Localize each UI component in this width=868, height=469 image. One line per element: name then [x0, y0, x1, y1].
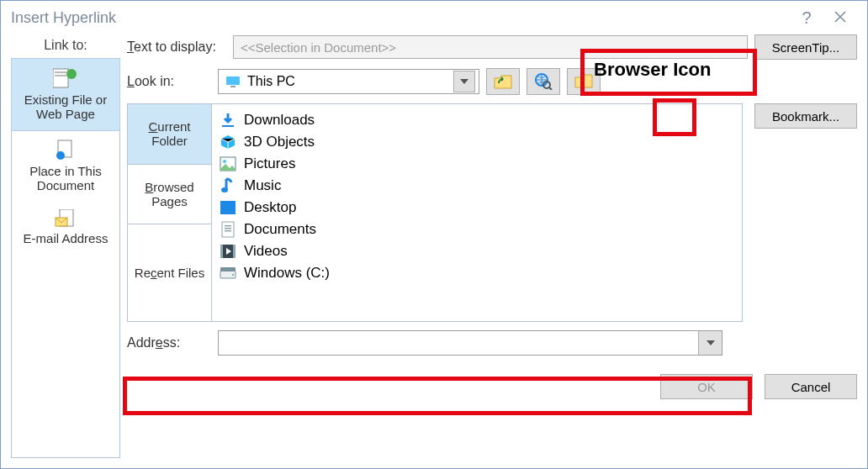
browse-file-button[interactable] [567, 68, 601, 95]
svg-rect-18 [222, 222, 234, 237]
svg-rect-13 [222, 125, 234, 127]
tab-recent-files[interactable]: Recent Files [128, 224, 211, 321]
svg-rect-21 [225, 230, 231, 232]
linkto-item-label: E-mail Address [24, 231, 108, 245]
svg-rect-1 [55, 71, 66, 73]
file-item[interactable]: Pictures [219, 153, 735, 175]
file-item-label: Videos [244, 243, 288, 260]
svg-rect-17 [220, 201, 236, 214]
tab-browsed-pages[interactable]: BrowsedPages [128, 165, 211, 225]
music-icon [219, 177, 237, 195]
svg-rect-9 [230, 86, 236, 87]
svg-line-12 [549, 87, 552, 90]
svg-point-27 [232, 274, 234, 276]
insert-hyperlink-dialog: Insert Hyperlink ? Link to: Existing Fil… [0, 0, 868, 469]
browse-web-button[interactable] [527, 68, 560, 95]
svg-rect-20 [225, 228, 231, 229]
linkto-place-in-doc[interactable]: Place in This Document [12, 130, 119, 202]
address-dropdown-button[interactable] [698, 331, 722, 355]
file-item[interactable]: Music [219, 175, 735, 197]
look-in-value: This PC [247, 74, 295, 89]
file-item[interactable]: Windows (C:) [219, 262, 735, 284]
folder-up-icon [494, 73, 512, 90]
browse-tabs: CurrentFolder BrowsedPages Recent Files [128, 104, 212, 321]
file-item-label: 3D Objects [244, 134, 315, 150]
svg-rect-23 [220, 245, 223, 258]
screentip-button[interactable]: ScreenTip... [754, 34, 857, 60]
file-list[interactable]: Downloads3D ObjectsPicturesMusicDesktopD… [212, 104, 742, 321]
desktop-icon [219, 198, 237, 217]
file-item-label: Downloads [244, 112, 315, 129]
file-item[interactable]: Videos [219, 240, 735, 262]
address-label: Address: [127, 335, 211, 350]
dialog-title: Insert Hyperlink [11, 9, 116, 27]
videos-icon [219, 242, 237, 261]
svg-rect-26 [220, 267, 236, 271]
close-button[interactable] [823, 8, 857, 28]
svg-point-5 [56, 151, 65, 160]
look-in-combo[interactable]: This PC [218, 69, 479, 94]
linkto-email-address[interactable]: E-mail Address [12, 201, 119, 254]
bookmark-button[interactable]: Bookmark... [754, 103, 857, 129]
browse-file-icon [574, 74, 593, 89]
svg-rect-19 [225, 225, 231, 227]
documents-icon [219, 220, 237, 239]
svg-rect-24 [233, 245, 236, 258]
address-input[interactable] [219, 331, 698, 355]
link-to-panel: Link to: Existing File or Web Page Place… [11, 34, 120, 458]
file-item[interactable]: Documents [219, 219, 735, 240]
titlebar: Insert Hyperlink ? [1, 1, 867, 34]
svg-point-15 [223, 160, 226, 163]
file-item[interactable]: Desktop [219, 197, 735, 219]
mail-icon [55, 209, 77, 228]
browse-web-icon [534, 73, 553, 90]
ok-button[interactable]: OK [660, 374, 753, 399]
svg-point-16 [221, 187, 228, 192]
address-combo[interactable] [218, 330, 722, 356]
tab-current-folder[interactable]: CurrentFolder [128, 104, 211, 165]
text-to-display-label: Text to display: [127, 40, 226, 55]
svg-rect-2 [55, 75, 66, 76]
doc-place-icon [55, 139, 77, 161]
file-item-label: Music [244, 177, 281, 194]
help-button[interactable]: ? [790, 8, 823, 28]
download-icon [219, 111, 237, 129]
link-to-header: Link to: [11, 34, 120, 58]
file-item-label: Windows (C:) [244, 265, 330, 282]
svg-point-3 [66, 69, 77, 79]
up-one-level-button[interactable] [486, 68, 520, 95]
file-item-label: Documents [244, 221, 316, 238]
this-pc-icon [225, 76, 241, 87]
text-to-display-field: <<Selection in Document>> [233, 35, 748, 59]
chevron-down-icon [707, 340, 715, 345]
file-item[interactable]: 3D Objects [219, 131, 735, 153]
file-item-label: Desktop [244, 199, 296, 216]
linkto-existing-file[interactable]: Existing File or Web Page [11, 58, 120, 131]
linkto-item-label: Place in This Document [29, 164, 102, 192]
cancel-button[interactable]: Cancel [765, 374, 857, 399]
look-in-dropdown-button[interactable] [453, 71, 475, 92]
file-item-label: Pictures [244, 155, 295, 172]
linkto-item-label: Existing File or Web Page [24, 92, 107, 121]
drive-icon [219, 264, 237, 282]
svg-rect-8 [226, 76, 240, 85]
look-in-label: Look in: [127, 74, 211, 89]
chevron-down-icon [460, 79, 468, 84]
globe-page-icon [53, 67, 78, 89]
browse-area: CurrentFolder BrowsedPages Recent Files … [127, 103, 743, 322]
cube-icon [219, 133, 237, 151]
file-item[interactable]: Downloads [219, 109, 735, 131]
pictures-icon [219, 155, 237, 173]
